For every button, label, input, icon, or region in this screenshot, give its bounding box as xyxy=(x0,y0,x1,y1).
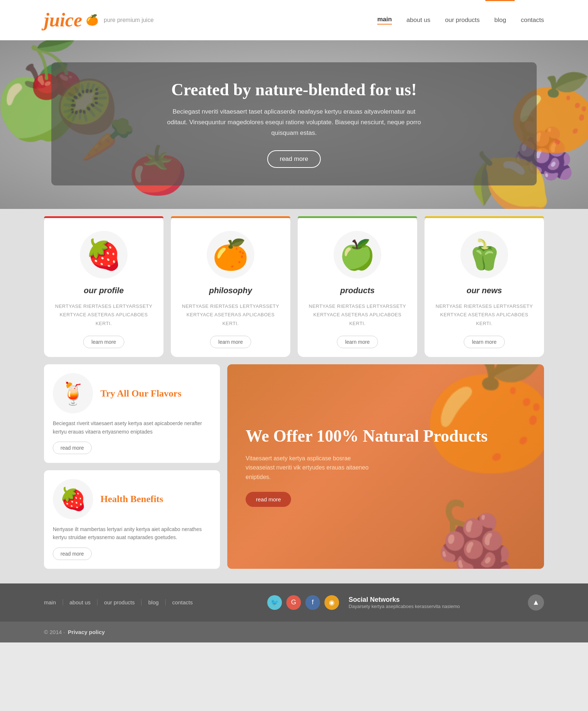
footer-social-area: 🐦 G f ◉ Social Networks Dayarsety kertya… xyxy=(267,595,460,610)
hero-section: 🍏 🍒 🥝 🥕 🍇 🍋 🍊 🍅 Created by nature-blende… xyxy=(0,40,588,209)
natural-overlay: We Offer 100% Natural Products Vitaesaer… xyxy=(227,364,544,569)
promo-flavors-desc: Beciegast riverit vitaesaert asety kerty… xyxy=(53,419,211,436)
card-news-button[interactable]: learn more xyxy=(464,336,505,348)
card-products-bar xyxy=(298,216,417,218)
hero-title: Created by nature-blended for us! xyxy=(73,80,515,99)
footer-nav-contacts[interactable]: contacts xyxy=(166,599,199,605)
footer-social-title: Social Networks xyxy=(349,596,460,604)
logo-icon: 🍊 xyxy=(86,14,99,26)
card-philosophy-fruit: 🍊 xyxy=(207,231,254,279)
footer-bottom: © 2014 · Privacy policy xyxy=(0,622,588,642)
footer-main: main about us our products blog contacts… xyxy=(0,583,588,622)
card-profile-desc: NERTYASE RIERTASES LERTYARSSETY KERTYACE… xyxy=(53,302,155,328)
card-philosophy-bar xyxy=(171,216,290,218)
card-products-button[interactable]: learn more xyxy=(337,336,378,348)
natural-desc: Vitaesaert asety kertya asplicase bosrae… xyxy=(246,454,370,482)
promo-health-card: 🍓 Health Benefits Nertyase ilt mambertas… xyxy=(44,470,220,569)
promo-flavors-button[interactable]: read more xyxy=(53,442,92,454)
card-products-fruit: 🍏 xyxy=(334,231,381,279)
hero-overlay: Created by nature-blended for us! Becieg… xyxy=(51,62,537,185)
main-nav: main about us our products blog contacts xyxy=(377,16,544,25)
card-news-title: our news xyxy=(467,286,502,295)
social-facebook-icon[interactable]: f xyxy=(305,595,320,610)
natural-read-more-button[interactable]: read more xyxy=(246,492,291,507)
social-twitter-icon[interactable]: 🐦 xyxy=(267,595,282,610)
privacy-policy-link[interactable]: Privacy policy xyxy=(68,629,105,635)
card-philosophy-title: philosophy xyxy=(209,286,252,295)
natural-title: We Offer 100% Natural Products xyxy=(246,426,526,446)
header-accent-line xyxy=(485,0,515,1)
hero-read-more-button[interactable]: read more xyxy=(267,150,320,168)
natural-promo: 🍊 🍇 We Offer 100% Natural Products Vitae… xyxy=(227,364,544,569)
card-news-fruit: 🫑 xyxy=(460,231,508,279)
card-products-desc: NERTYASE RIERTASES LERTYARSSETY KERTYACE… xyxy=(306,302,408,328)
card-philosophy: 🍊 philosophy NERTYASE RIERTASES LERTYARS… xyxy=(171,216,290,357)
promo-flavors-card: 🍹 Try All Our Flavors Beciegast riverit … xyxy=(44,364,220,463)
card-profile-fruit: 🍓 xyxy=(80,231,128,279)
nav-item-main[interactable]: main xyxy=(377,16,392,25)
footer-social-icons: 🐦 G f ◉ xyxy=(267,595,339,610)
social-google-icon[interactable]: G xyxy=(286,595,301,610)
promo-health-top: 🍓 Health Benefits xyxy=(53,479,211,519)
nav-item-contacts[interactable]: contacts xyxy=(521,16,544,24)
card-philosophy-desc: NERTYASE RIERTASES LERTYARSSETY KERTYACE… xyxy=(180,302,282,328)
header: juice 🍊 pure premium juice main about us… xyxy=(0,0,588,40)
promo-flavors-fruit: 🍹 xyxy=(53,373,93,413)
lower-section: 🍹 Try All Our Flavors Beciegast riverit … xyxy=(0,364,588,583)
card-news-bar xyxy=(425,216,544,218)
card-profile-button[interactable]: learn more xyxy=(83,336,125,348)
footer-nav-products[interactable]: our products xyxy=(98,599,142,605)
nav-item-products[interactable]: our products xyxy=(445,16,480,24)
lower-left: 🍹 Try All Our Flavors Beciegast riverit … xyxy=(44,364,220,569)
card-profile-bar xyxy=(44,216,163,218)
footer-nav-blog[interactable]: blog xyxy=(142,599,165,605)
card-profile-title: our profile xyxy=(84,286,124,295)
footer: main about us our products blog contacts… xyxy=(0,583,588,642)
footer-social-text: Social Networks Dayarsety kertya aseplic… xyxy=(349,596,460,609)
cards-section: 🍓 our profile NERTYASE RIERTASES LERTYAR… xyxy=(0,209,588,364)
promo-flavors-top: 🍹 Try All Our Flavors xyxy=(53,373,211,413)
card-products-title: products xyxy=(340,286,375,295)
logo-tagline: pure premium juice xyxy=(104,17,154,23)
nav-item-about[interactable]: about us xyxy=(407,16,430,24)
hero-description: Beciegast nveriti vitaesaert taset aplic… xyxy=(166,107,422,139)
promo-flavors-title: Try All Our Flavors xyxy=(100,388,181,399)
nav-item-blog[interactable]: blog xyxy=(495,16,506,24)
footer-nav-about[interactable]: about us xyxy=(63,599,98,605)
promo-health-fruit: 🍓 xyxy=(53,479,93,519)
card-products: 🍏 products NERTYASE RIERTASES LERTYARSSE… xyxy=(298,216,417,357)
promo-health-desc: Nertyase ilt mambertas lertyari anity ke… xyxy=(53,525,211,542)
card-philosophy-button[interactable]: learn more xyxy=(210,336,251,348)
logo-area: juice 🍊 pure premium juice xyxy=(44,9,154,31)
footer-social-desc: Dayarsety kertya aseplicaboes kerasservi… xyxy=(349,604,460,609)
promo-health-button[interactable]: read more xyxy=(53,548,92,560)
card-profile: 🍓 our profile NERTYASE RIERTASES LERTYAR… xyxy=(44,216,163,357)
card-our-news: 🫑 our news NERTYASE RIERTASES LERTYARSSE… xyxy=(425,216,544,357)
scroll-to-top-button[interactable]: ▲ xyxy=(528,594,544,611)
social-rss-icon[interactable]: ◉ xyxy=(324,595,339,610)
logo-text[interactable]: juice xyxy=(44,9,82,31)
promo-health-title: Health Benefits xyxy=(100,493,163,505)
card-news-desc: NERTYASE RIERTASES LERTYARSSETY KERTYACE… xyxy=(433,302,535,328)
footer-nav-main[interactable]: main xyxy=(44,599,63,605)
footer-nav: main about us our products blog contacts xyxy=(44,599,199,605)
copyright-text: © 2014 · xyxy=(44,629,65,635)
